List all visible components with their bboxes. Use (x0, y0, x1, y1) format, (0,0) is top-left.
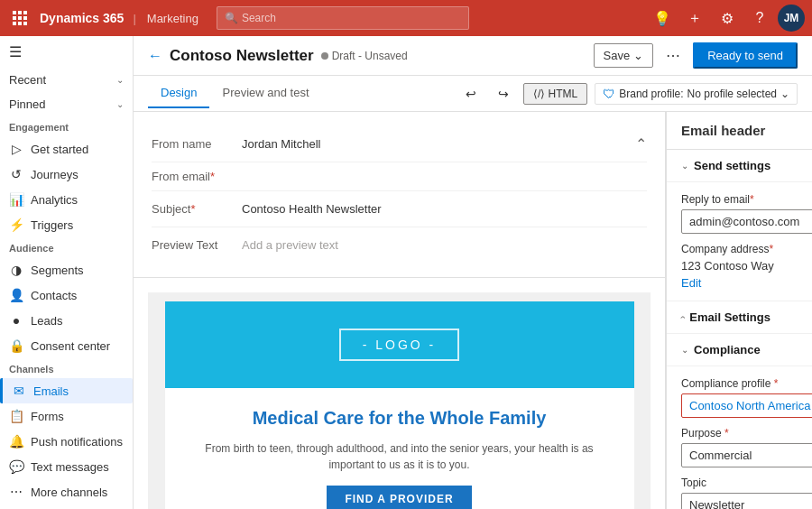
save-button[interactable]: Save ⌄ (594, 43, 654, 68)
tab-preview[interactable]: Preview and test (209, 79, 321, 108)
sidebar-item-consent-center[interactable]: 🔒 Consent center (0, 333, 133, 358)
sidebar-item-leads-label: Leads (31, 314, 62, 328)
search-input[interactable] (242, 12, 461, 24)
sidebar-toggle[interactable]: ☰ (0, 36, 133, 68)
email-inner: - LOGO - Medical Care for the Whole Fami… (165, 301, 634, 509)
pinned-toggle[interactable]: Pinned ⌄ (0, 92, 133, 116)
compliance-profile-label: Compliance profile * (681, 377, 812, 390)
html-button[interactable]: ⟨/⟩ HTML (523, 83, 587, 105)
status-badge: Draft - Unsaved (321, 50, 408, 62)
pinned-chevron-icon: ⌄ (116, 99, 124, 109)
ready-to-send-button[interactable]: Ready to send (693, 42, 798, 69)
right-panel-title: Email header (681, 123, 765, 138)
brand-profile-shield-icon: 🛡 (603, 87, 615, 101)
send-settings-section[interactable]: ⌄ Send settings (667, 150, 812, 182)
sidebar-item-text-messages[interactable]: 💬 Text messages (0, 454, 133, 479)
svg-rect-6 (13, 22, 16, 25)
sidebar-item-get-started-label: Get started (31, 143, 88, 156)
editor-main: From name Jordan Mitchell ⌃ From email* … (134, 112, 812, 509)
more-channels-icon: ⋯ (9, 485, 23, 499)
compliance-chevron-icon: ⌄ (681, 345, 688, 355)
email-body-text: From birth to teen, through adulthood, a… (192, 440, 607, 473)
topic-select[interactable]: Newsletter Promotional Updates (681, 493, 812, 509)
send-settings-chevron-icon: ⌄ (681, 161, 688, 171)
avatar[interactable]: JM (778, 5, 805, 32)
pinned-label: Pinned (9, 97, 45, 111)
svg-rect-4 (18, 16, 22, 20)
sidebar-item-segments[interactable]: ◑ Segments (0, 257, 133, 282)
settings-icon[interactable]: ⚙ (713, 4, 742, 32)
email-logo-box: - LOGO - (339, 329, 460, 361)
svg-rect-2 (23, 11, 27, 14)
send-settings-body: Reply to email* Company address* 123 Con… (667, 182, 812, 301)
brand-profile-value: No profile selected (687, 88, 777, 100)
preview-text-value[interactable]: Add a preview text (242, 235, 647, 255)
from-email-value[interactable] (242, 173, 647, 180)
sidebar-item-get-started[interactable]: ▷ Get started (0, 136, 133, 162)
recent-toggle[interactable]: Recent ⌄ (0, 68, 133, 92)
forms-icon: 📋 (9, 409, 23, 423)
company-address-edit-link[interactable]: Edit (681, 276, 701, 290)
subject-value[interactable]: Contoso Health Newsletter (242, 199, 647, 219)
recent-chevron-icon: ⌄ (116, 75, 124, 85)
email-settings-title: Email Settings (689, 310, 770, 324)
sidebar-item-triggers[interactable]: ⚡ Triggers (0, 212, 133, 237)
top-nav: Dynamics 365 | Marketing 🔍 💡 ＋ ⚙ ? JM (0, 0, 812, 36)
back-button[interactable]: ← (148, 48, 162, 64)
sidebar-item-journeys[interactable]: ↺ Journeys (0, 162, 133, 187)
undo-button[interactable]: ↩ (458, 81, 484, 106)
email-settings-section[interactable]: › Email Settings (667, 301, 812, 334)
tab-design[interactable]: Design (148, 79, 209, 108)
journeys-icon: ↺ (9, 167, 23, 181)
lightbulb-icon[interactable]: 💡 (648, 4, 677, 32)
status-dot-icon (321, 52, 328, 60)
from-email-label: From email* (152, 170, 242, 183)
more-button[interactable]: ⋯ (660, 43, 686, 69)
app-grid-icon[interactable] (7, 5, 32, 31)
sidebar-item-push-notifications[interactable]: 🔔 Push notifications (0, 429, 133, 454)
sidebar-item-analytics[interactable]: 📊 Analytics (0, 187, 133, 212)
sidebar-item-contacts[interactable]: 👤 Contacts (0, 282, 133, 308)
get-started-icon: ▷ (9, 142, 23, 156)
company-address-label: Company address* (681, 243, 812, 255)
sidebar-item-emails[interactable]: ✉ Emails (0, 378, 133, 403)
redo-button[interactable]: ↪ (491, 81, 516, 106)
brand-profile-selector[interactable]: 🛡 Brand profile: No profile selected ⌄ (595, 83, 798, 105)
form-collapse-icon[interactable]: ⌃ (635, 135, 647, 153)
svg-rect-3 (13, 16, 16, 20)
email-preview: - LOGO - Medical Care for the Whole Fami… (134, 278, 665, 509)
sidebar-item-contacts-label: Contacts (31, 289, 77, 302)
right-panel: Email header ⊟ ⌄ Send settings Reply to … (666, 112, 812, 509)
sidebar-item-segments-label: Segments (31, 264, 84, 277)
email-cta-button[interactable]: FIND A PROVIDER (327, 486, 471, 509)
sidebar-item-push-notifications-label: Push notifications (31, 435, 123, 449)
sidebar-item-analytics-label: Analytics (31, 193, 78, 207)
compliance-profile-input[interactable] (681, 393, 812, 418)
sidebar-item-leads[interactable]: ● Leads (0, 308, 133, 333)
sidebar-item-text-messages-label: Text messages (31, 460, 109, 474)
from-name-label: From name (152, 137, 242, 151)
consent-icon: 🔒 (9, 338, 23, 353)
emails-icon: ✉ (12, 384, 26, 398)
brand-profile-label: Brand profile: (619, 88, 683, 100)
email-form: From name Jordan Mitchell ⌃ From email* … (134, 112, 665, 278)
sidebar-item-more-channels-label: More channels (31, 486, 107, 499)
sidebar-item-forms[interactable]: 📋 Forms (0, 403, 133, 429)
brand-profile-chevron-icon: ⌄ (780, 88, 789, 100)
from-name-value[interactable]: Jordan Mitchell (242, 134, 635, 154)
compliance-section[interactable]: ⌄ Compliance (667, 334, 812, 366)
reply-email-input[interactable] (681, 209, 812, 234)
add-icon[interactable]: ＋ (680, 4, 709, 32)
email-logo-block[interactable]: - LOGO - (165, 301, 634, 388)
from-email-row: From email* (152, 162, 647, 191)
search-box[interactable]: 🔍 (217, 6, 469, 30)
sidebar-item-more-channels[interactable]: ⋯ More channels (0, 479, 133, 504)
push-notifications-icon: 🔔 (9, 434, 23, 449)
tab-toolbar: ↩ ↪ ⟨/⟩ HTML 🛡 Brand profile: No profile… (458, 81, 798, 106)
help-icon[interactable]: ? (745, 4, 774, 32)
purpose-select[interactable]: Commercial Transactional Non-commercial (681, 443, 812, 467)
compliance-title: Compliance (694, 343, 761, 356)
subject-label: Subject* (152, 202, 242, 216)
save-chevron-icon: ⌄ (633, 49, 643, 62)
app-name: Dynamics 365 (40, 11, 124, 25)
